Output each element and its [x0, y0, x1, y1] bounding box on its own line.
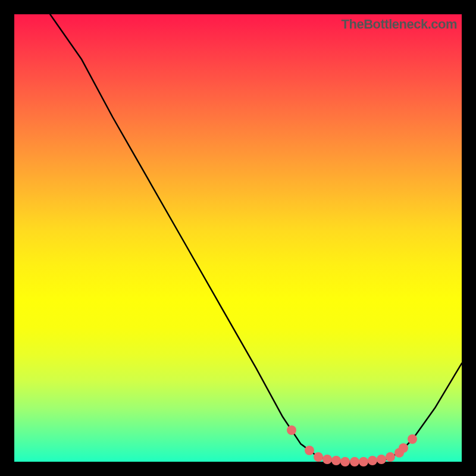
curve-marker	[408, 434, 417, 444]
curve-marker	[399, 443, 408, 453]
curve-marker	[331, 456, 341, 465]
curve-marker	[340, 457, 350, 466]
bottleneck-curve	[50, 14, 462, 462]
curve-marker	[377, 455, 386, 464]
curve-marker	[287, 425, 296, 435]
curve-marker	[386, 452, 395, 462]
curve-marker	[359, 457, 368, 466]
curve-marker	[305, 446, 314, 455]
curve-marker	[368, 456, 377, 465]
curve-marker	[314, 452, 323, 462]
bottleneck-chart: TheBottleneck.com	[14, 14, 462, 462]
curve-svg	[14, 14, 462, 462]
curve-marker	[322, 455, 332, 464]
curve-marker	[350, 457, 359, 466]
